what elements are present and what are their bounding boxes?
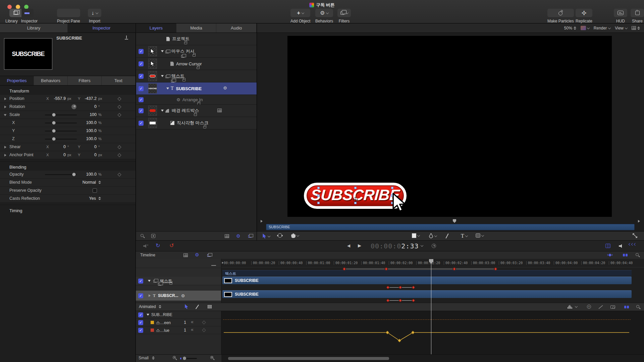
project-duration-icon[interactable] bbox=[432, 244, 436, 248]
channel-value[interactable]: 1 bbox=[182, 328, 186, 333]
line-tool[interactable] bbox=[447, 233, 447, 239]
tab-audio[interactable]: Audio bbox=[216, 23, 257, 33]
value[interactable]: 100.0 bbox=[77, 172, 97, 177]
channel-checkbox[interactable]: ✓ bbox=[138, 320, 143, 325]
scroll-right-icon[interactable] bbox=[638, 220, 640, 223]
slider-knob[interactable] bbox=[52, 113, 56, 117]
keyframe-diamond[interactable] bbox=[399, 299, 402, 302]
x-value[interactable]: 0 bbox=[47, 144, 66, 149]
curve-keyframe[interactable] bbox=[411, 331, 415, 334]
disclosure-triangle[interactable] bbox=[147, 314, 149, 316]
keyframe-diamond[interactable] bbox=[412, 299, 415, 302]
checkbox[interactable] bbox=[93, 188, 97, 193]
replicate-button[interactable]: ✣Replicate bbox=[576, 9, 592, 23]
keyframe-diamond-icon[interactable] bbox=[202, 320, 206, 324]
layer-row-배경-레드박스[interactable]: ✓배경 레드박스 bbox=[136, 105, 257, 117]
layers-pair-icon[interactable] bbox=[248, 235, 252, 238]
behaviors-button[interactable]: ⚙Behaviors bbox=[315, 9, 333, 23]
grid-view-icon[interactable] bbox=[225, 234, 229, 238]
bezier-tool[interactable] bbox=[429, 233, 437, 239]
lock-icon[interactable] bbox=[203, 126, 206, 128]
layer-checkbox[interactable]: ✓ bbox=[139, 97, 144, 102]
view-menu[interactable]: View bbox=[615, 26, 627, 31]
timeline-scrollbar-thumb[interactable] bbox=[228, 357, 389, 360]
curve-keyframe[interactable] bbox=[398, 339, 401, 342]
keyframe-diamond[interactable] bbox=[399, 286, 402, 289]
disclosure-triangle[interactable] bbox=[4, 146, 6, 148]
lock-icon[interactable] bbox=[184, 42, 187, 44]
animation-curve[interactable] bbox=[221, 311, 644, 354]
tab-library[interactable]: Library bbox=[0, 23, 68, 33]
track-bar-subscribe-1[interactable]: SUBSCRIBE bbox=[222, 277, 632, 284]
search-icon[interactable] bbox=[141, 234, 144, 237]
timeline-grid-icon[interactable] bbox=[183, 253, 188, 257]
playhead-line[interactable] bbox=[431, 259, 431, 354]
channel-swatch-select[interactable] bbox=[581, 26, 589, 30]
channel-checkbox[interactable]: ✓ bbox=[138, 312, 143, 317]
value-slider[interactable] bbox=[45, 115, 77, 115]
timeline-zoom-icon[interactable] bbox=[636, 253, 639, 256]
lock-icon[interactable] bbox=[197, 67, 200, 69]
clip-display-icon[interactable] bbox=[624, 306, 629, 308]
selection-handle[interactable] bbox=[317, 202, 320, 204]
timeline-zoom-slider[interactable] bbox=[180, 358, 197, 359]
value[interactable]: 0 bbox=[77, 104, 97, 109]
selection-handle[interactable] bbox=[391, 187, 393, 189]
layer-row-arrange-in[interactable]: ✓⚙Arrange In bbox=[136, 95, 257, 105]
layer-gear-icon[interactable]: ⚙ bbox=[223, 85, 227, 90]
keyframe-diamond[interactable] bbox=[386, 299, 390, 302]
lock-icon[interactable] bbox=[182, 79, 185, 81]
inspector-button[interactable] bbox=[21, 9, 34, 17]
audio-waveform-icon[interactable] bbox=[568, 305, 572, 309]
slider-knob[interactable] bbox=[52, 129, 56, 133]
disclosure-triangle[interactable] bbox=[4, 114, 6, 116]
subtab-properties[interactable]: Properties bbox=[0, 76, 34, 85]
play-range-icon[interactable]: ↺ bbox=[169, 242, 174, 249]
expand-canvas-button[interactable] bbox=[633, 233, 637, 238]
layout-select[interactable] bbox=[632, 26, 640, 30]
project-pane-button[interactable]: Project Pane bbox=[57, 9, 80, 23]
channel-row-SUBRIBE[interactable]: ✓SUB...RIBE bbox=[136, 311, 221, 319]
layer-row-마우스-커서[interactable]: ✓마우스 커서 bbox=[136, 45, 257, 58]
clip-view-icon[interactable] bbox=[623, 254, 628, 256]
layer-checkbox[interactable]: ✓ bbox=[139, 108, 144, 113]
selection-handle[interactable] bbox=[317, 194, 320, 197]
timing-display-toggle[interactable] bbox=[629, 244, 636, 245]
popup-stepper-icon[interactable] bbox=[98, 197, 101, 200]
scroll-left-icon[interactable] bbox=[261, 220, 263, 223]
anchor-point-handle[interactable] bbox=[353, 197, 358, 202]
kf-arrow-tool[interactable] bbox=[184, 304, 189, 310]
canvas-stage[interactable]: SUBSCRIBE bbox=[287, 36, 612, 217]
play-button[interactable]: ▶ bbox=[358, 243, 361, 248]
retime-curve-icon[interactable] bbox=[598, 305, 603, 310]
slider-knob[interactable] bbox=[52, 121, 56, 125]
canvas-minibar-track[interactable]: SUBSCRIBE bbox=[266, 224, 635, 230]
thumbnail-size-select[interactable]: Small bbox=[139, 356, 155, 360]
selection-handle[interactable] bbox=[317, 187, 320, 189]
pin-icon[interactable] bbox=[125, 36, 128, 40]
selection-handle[interactable] bbox=[354, 187, 357, 189]
value-slider[interactable] bbox=[45, 139, 77, 139]
keyframe-diamond[interactable] bbox=[386, 286, 390, 289]
layer-checkbox[interactable]: ✓ bbox=[139, 74, 144, 79]
layer-row-텍스트[interactable]: ✓텍스트 bbox=[136, 70, 257, 82]
disclosure-triangle[interactable] bbox=[4, 98, 6, 100]
curve-keyframe[interactable] bbox=[386, 331, 389, 334]
slider-knob[interactable] bbox=[183, 357, 186, 360]
select-transform-tool[interactable] bbox=[262, 233, 270, 239]
track-group-header[interactable]: 텍스트 bbox=[222, 270, 632, 276]
layer-checkbox[interactable]: ✓ bbox=[139, 61, 144, 66]
snapshot-icon[interactable] bbox=[610, 305, 615, 309]
channel-row-een[interactable]: ✓스…een1« bbox=[136, 319, 221, 326]
popup-value[interactable]: Yes bbox=[60, 196, 96, 201]
y-value[interactable]: -437.2 bbox=[77, 96, 97, 101]
timeline-layer-row-subscribe[interactable]: ✓TSUBSCR...⚙ bbox=[136, 291, 221, 301]
tab-layers[interactable]: Layers bbox=[136, 23, 176, 33]
render-menu[interactable]: Render bbox=[594, 26, 610, 31]
popup-stepper-icon[interactable] bbox=[98, 181, 101, 184]
layer-row-arrow-cursor[interactable]: ✓Arrow Cursor bbox=[136, 58, 257, 70]
keyframe-curve-area[interactable] bbox=[221, 311, 644, 354]
keyframe-diamond-icon[interactable] bbox=[117, 97, 121, 101]
x-value[interactable]: -557.9 bbox=[47, 96, 66, 101]
disclosure-triangle[interactable] bbox=[4, 154, 6, 157]
